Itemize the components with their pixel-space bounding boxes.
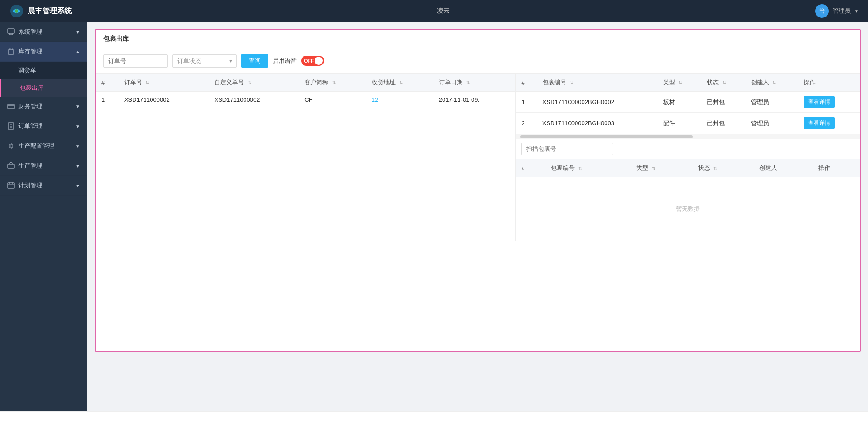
- chevron-down-icon-planning: ▼: [76, 183, 80, 188]
- header: 晨丰管理系统 凌云 管 管理员 ▼: [0, 0, 868, 22]
- sidebar-item-planning[interactable]: 计划管理 ▼: [0, 176, 87, 196]
- split-area: # 订单号 ⇅ 自定义单号 ⇅ 客户简称 ⇅ 收货地址 ⇅ 订单日期 ⇅ 1: [96, 73, 860, 241]
- sidebar-label-planning: 计划管理: [18, 181, 42, 190]
- chevron-down-icon-production: ▼: [76, 163, 80, 169]
- rt-row-creator: 管理员: [746, 92, 798, 113]
- sidebar-label-order: 订单管理: [18, 122, 42, 130]
- svg-point-1: [15, 9, 18, 13]
- logo-icon: [9, 4, 24, 18]
- svg-rect-2: [8, 29, 14, 33]
- rt-row-pkg-no-2: XSD1711000002BGH0003: [537, 113, 658, 134]
- sidebar-item-finance[interactable]: 财务管理 ▼: [0, 97, 87, 116]
- sidebar-item-transfer[interactable]: 调货单: [0, 62, 87, 79]
- right-bottom-table-area: # 包裹编号 ⇅ 类型 ⇅ 状态 ⇅ 创建人 操作 暂无: [516, 159, 860, 241]
- chevron-down-icon-prod-config: ▼: [76, 144, 80, 149]
- user-label: 管理员: [833, 7, 851, 15]
- chevron-down-icon: ▼: [76, 29, 80, 35]
- sidebar-item-inventory[interactable]: 库存管理 ▲: [0, 42, 87, 62]
- svg-rect-15: [8, 183, 14, 188]
- sidebar-item-production[interactable]: 生产管理 ▼: [0, 156, 87, 176]
- right-top-table: # 包裹编号 ⇅ 类型 ⇅ 状态 ⇅ 创建人 ⇅ 操作: [516, 74, 860, 134]
- view-detail-button-2[interactable]: 查看详情: [804, 117, 835, 129]
- row-order-no: XSD1711000002: [119, 92, 209, 108]
- right-bottom-table: # 包裹编号 ⇅ 类型 ⇅ 状态 ⇅ 创建人 操作 暂无: [516, 159, 860, 241]
- rt-col-action: 操作: [798, 74, 860, 92]
- right-area: # 包裹编号 ⇅ 类型 ⇅ 状态 ⇅ 创建人 ⇅ 操作: [516, 74, 860, 241]
- rt-row-action: 查看详情: [798, 92, 860, 113]
- toggle-thumb: [315, 57, 323, 65]
- col-order-no: 订单号 ⇅: [119, 74, 209, 92]
- left-table-area: # 订单号 ⇅ 自定义单号 ⇅ 客户简称 ⇅ 收货地址 ⇅ 订单日期 ⇅ 1: [96, 74, 516, 241]
- inventory-icon: [7, 48, 15, 55]
- language-toggle[interactable]: OFF: [301, 56, 324, 66]
- sidebar-item-order[interactable]: 订单管理 ▼: [0, 116, 87, 136]
- sidebar-sub-inventory: 调货单 包裹出库: [0, 62, 87, 97]
- no-data-row: 暂无数据: [516, 177, 860, 241]
- rb-col-hash: #: [516, 159, 545, 177]
- scan-input[interactable]: [521, 143, 613, 155]
- sidebar-label-inventory: 库存管理: [18, 47, 42, 56]
- rt-row-type-2: 配件: [658, 113, 701, 134]
- language-toggle-label: 启用语音: [273, 57, 297, 65]
- sidebar-label-production: 生产管理: [18, 162, 42, 170]
- col-customer: 客户简称 ⇅: [299, 74, 366, 92]
- right-bottom-table-header: # 包裹编号 ⇅ 类型 ⇅ 状态 ⇅ 创建人 操作: [516, 159, 860, 177]
- system-icon: [7, 28, 15, 35]
- row-custom-no: XSD1711000002: [209, 92, 299, 108]
- table-row: 1 XSD1711000002BGH0002 板材 已封包 管理员 查看详情: [516, 92, 860, 113]
- rt-col-status: 状态 ⇅: [701, 74, 745, 92]
- sidebar-item-system[interactable]: 系统管理 ▼: [0, 22, 87, 42]
- right-bottom-table-body: 暂无数据: [516, 177, 860, 241]
- rb-col-type: 类型 ⇅: [631, 159, 692, 177]
- right-top-table-area: # 包裹编号 ⇅ 类型 ⇅ 状态 ⇅ 创建人 ⇅ 操作: [516, 74, 860, 134]
- logo-text: 晨丰管理系统: [28, 6, 72, 16]
- scrollbar-thumb: [520, 135, 692, 138]
- page-card: 包裹出库 订单状态 查询 启用语音 OFF: [95, 29, 861, 352]
- sidebar-item-package-out[interactable]: 包裹出库: [0, 79, 87, 97]
- chevron-up-icon: ▲: [76, 49, 80, 54]
- planning-icon: [7, 182, 15, 189]
- row-address[interactable]: 12: [366, 92, 433, 108]
- sidebar-label-system: 系统管理: [18, 28, 42, 36]
- prod-config-icon: [7, 142, 15, 150]
- rt-col-creator: 创建人 ⇅: [746, 74, 798, 92]
- left-table-header: # 订单号 ⇅ 自定义单号 ⇅ 客户简称 ⇅ 收货地址 ⇅ 订单日期 ⇅: [96, 74, 515, 92]
- left-table: # 订单号 ⇅ 自定义单号 ⇅ 客户简称 ⇅ 收货地址 ⇅ 订单日期 ⇅ 1: [96, 74, 515, 108]
- right-top-table-body: 1 XSD1711000002BGH0002 板材 已封包 管理员 查看详情: [516, 92, 860, 134]
- header-center-title: 凌云: [437, 7, 450, 15]
- query-button[interactable]: 查询: [241, 54, 268, 68]
- rt-col-type: 类型 ⇅: [658, 74, 701, 92]
- col-date: 订单日期 ⇅: [433, 74, 516, 92]
- col-hash: #: [96, 74, 119, 92]
- svg-rect-7: [8, 104, 14, 109]
- right-top-table-header: # 包裹编号 ⇅ 类型 ⇅ 状态 ⇅ 创建人 ⇅ 操作: [516, 74, 860, 92]
- no-data-text: 暂无数据: [516, 177, 860, 241]
- order-no-input[interactable]: [103, 54, 168, 68]
- rt-row-id: 1: [516, 92, 536, 113]
- row-date: 2017-11-01 09:: [433, 92, 516, 108]
- order-icon: [7, 122, 15, 130]
- col-custom-no: 自定义单号 ⇅: [209, 74, 299, 92]
- horizontal-scrollbar[interactable]: [516, 134, 860, 139]
- logo: 晨丰管理系统: [9, 4, 72, 18]
- rb-col-creator: 创建人: [754, 159, 813, 177]
- view-detail-button-1[interactable]: 查看详情: [804, 96, 835, 108]
- user-chevron-icon: ▼: [854, 9, 859, 14]
- rt-col-pkg-no: 包裹编号 ⇅: [537, 74, 658, 92]
- rb-col-action: 操作: [813, 159, 860, 177]
- toolbar: 订单状态 查询 启用语音 OFF: [96, 48, 860, 73]
- svg-point-13: [10, 145, 12, 147]
- sidebar-label-prod-config: 生产配置管理: [18, 142, 54, 150]
- page-title: 包裹出库: [96, 30, 860, 48]
- col-address: 收货地址 ⇅: [366, 74, 433, 92]
- rt-row-action-2: 查看详情: [798, 113, 860, 134]
- sidebar-item-prod-config[interactable]: 生产配置管理 ▼: [0, 136, 87, 156]
- table-row: 2 XSD1711000002BGH0003 配件 已封包 管理员 查看详情: [516, 113, 860, 134]
- rt-row-creator-2: 管理员: [746, 113, 798, 134]
- chevron-down-icon-finance: ▼: [76, 104, 80, 109]
- order-status-select[interactable]: 订单状态: [172, 54, 237, 68]
- row-customer: CF: [299, 92, 366, 108]
- sidebar-label-finance: 财务管理: [18, 102, 42, 111]
- finance-icon: [7, 103, 15, 110]
- toggle-state-text: OFF: [304, 58, 314, 64]
